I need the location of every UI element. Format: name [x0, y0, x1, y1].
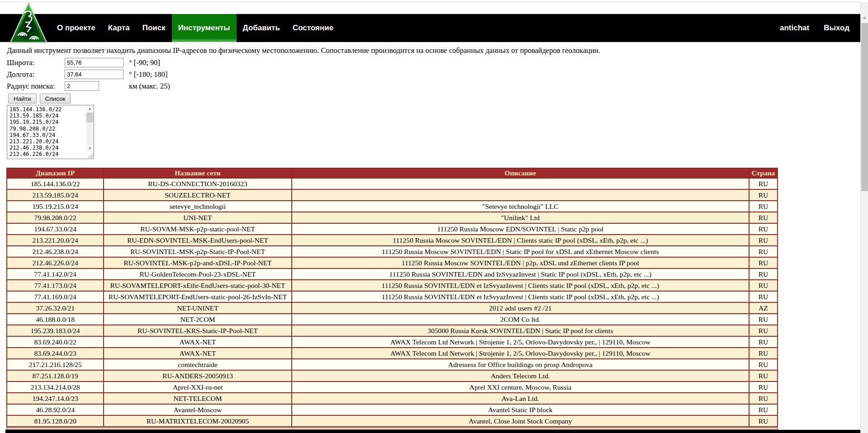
table-row: 213.59.185.0/24 SOUZELECTRO-NET RU [7, 189, 778, 201]
cell-description: 305000 Russia Kursk SOVINTEL/EDN | Stati… [292, 325, 749, 336]
table-row: 212.46.238.0/24 RU-SOVINTEL-MSK-p2p-Stat… [7, 246, 778, 257]
cell-description: 111250 Russia SOVINTEL/EDN et IzSvyazInv… [292, 291, 749, 302]
cell-ip-range: 46.188.0.0/18 [7, 314, 104, 325]
ip-list-scroll-thumb[interactable] [86, 113, 93, 122]
cell-network-name: NET-2COM [104, 314, 291, 325]
cell-ip-range: 194.67.33.0/24 [7, 223, 104, 235]
cell-ip-range: 195.239.183.0/24 [7, 325, 104, 336]
nav-item-tools[interactable]: Инструменты [172, 14, 237, 42]
cell-ip-range: 77.41.169.0/24 [7, 291, 104, 302]
cell-network-name: SOUZELECTRO-NET [104, 189, 291, 201]
radius-input[interactable] [65, 81, 99, 91]
cell-country: RU [749, 235, 778, 246]
cell-network-name: UNI-NET [104, 212, 291, 223]
latitude-input[interactable] [65, 58, 123, 67]
table-row: 194.67.33.0/24 RU-SOVAM-MSK-p2p-static-p… [7, 223, 778, 235]
cell-country: RU [749, 280, 778, 291]
nav-item-status[interactable]: Состояние [286, 14, 340, 42]
ip-list-textarea[interactable]: 185.144.136.0/22 213.59.185.0/24 195.19.… [7, 105, 94, 159]
cell-description: Avantel Static IP block [292, 404, 749, 415]
cell-description: "Setevye technologii" LLC [292, 201, 749, 212]
table-row: 77.41.142.0/24 RU-GoldenTelecom-Pool-23-… [7, 268, 778, 280]
cell-country: RU [749, 325, 778, 336]
cell-country: RU [749, 359, 778, 370]
cell-network-name: AWAX-NET [104, 348, 291, 359]
nav-item-logout[interactable]: Выход [824, 14, 849, 42]
table-row: 194.247.14.0/23 NET-TELECOM Ava-Lan Ltd.… [7, 393, 778, 404]
cell-network-name: RU-SOVINTEL-KRS-Static-IP-Pool-NET [104, 325, 291, 336]
page-scroll-up-icon[interactable]: ▲ [861, 14, 868, 22]
cell-network-name: RU-ANDERS-20050913 [104, 370, 291, 381]
cell-network-name: comtechtraide [104, 359, 291, 370]
nav-item-search[interactable]: Поиск [136, 14, 172, 42]
cell-country: RU [749, 381, 778, 393]
ip-list-content: 185.144.136.0/22 213.59.185.0/24 195.19.… [9, 106, 84, 158]
page-scrollbar[interactable]: ▲ [860, 2, 868, 433]
cell-network-name: Avantel-Moscow [104, 404, 291, 415]
table-row: 46.28.92.0/24 Avantel-Moscow Avantel Sta… [7, 404, 778, 415]
intro-text: Данный инструмент позволяет находить диа… [7, 46, 600, 55]
cell-country: RU [749, 291, 778, 302]
table-row: 46.188.0.0/18 NET-2COM 2COM Co ltd. RU [7, 314, 778, 325]
radius-unit: км (макс. 25) [129, 82, 170, 91]
table-row: 195.19.215.0/24 setevye_technologii "Set… [7, 201, 778, 212]
cell-network-name: RU-SOVAMTELEPORT-xEthr-EndUsers-static-p… [104, 280, 291, 291]
cell-description: Anders Telecom Ltd. [292, 370, 749, 381]
cell-country: RU [749, 393, 778, 404]
cell-country: AZ [749, 302, 778, 314]
cell-description [292, 189, 749, 201]
cell-description: 111250 Russia Moscow EDN/SOVINTEL | Stat… [292, 223, 749, 235]
cell-network-name: RU-EDN-SOVINTEL-MSK-EndUsers-pool-NET [104, 235, 291, 246]
nav-item-add[interactable]: Добавить [237, 14, 286, 42]
cell-country: RU [749, 246, 778, 257]
cell-country: RU [749, 415, 778, 427]
nav-menu: О проектеКартаПоискИнструментыДобавитьСо… [51, 14, 340, 42]
cell-network-name: RU-SOVAMTELEPORT-EndUsers-static-pool-26… [104, 291, 291, 302]
cell-ip-range: 46.28.92.0/24 [7, 404, 104, 415]
find-button[interactable]: Найти [8, 94, 37, 104]
table-row: 79.98.208.0/22 UNI-NET "Unilink" Ltd RU [7, 212, 778, 223]
header-network-name: Название сети [104, 168, 291, 178]
table-row: 83.69.244.0/23 AWAX-NET AWAX Telecom Ltd… [7, 348, 778, 359]
table-row: 81.95.128.0/20 RU-MATRIXTELECOM-20020905… [7, 415, 778, 427]
cell-network-name: NET-TELECOM [104, 393, 291, 404]
cell-country: RU [749, 348, 778, 359]
logo-antenna-icon[interactable] [9, 2, 47, 44]
page-scroll-thumb[interactable] [861, 23, 868, 191]
header-description: Описание [292, 168, 749, 178]
longitude-label: Долгота: [7, 70, 34, 79]
cell-country: RU [749, 201, 778, 212]
resize-grip-icon[interactable] [88, 153, 93, 158]
cell-description: 111250 Russia SOVINTEL/EDN et IzSvyazInv… [292, 280, 749, 291]
cell-country: RU [749, 336, 778, 348]
cell-country: RU [749, 212, 778, 223]
cell-description: "Unilink" Ltd [292, 212, 749, 223]
table-row: 217.21.216.128/25 comtechtraide Adresses… [7, 359, 778, 370]
cell-description: AWAX Telecom Ltd Network | Strojenie 1, … [292, 348, 749, 359]
cell-network-name: RU-DS-CONNECTION-20160323 [104, 178, 291, 189]
cell-country: RU [749, 404, 778, 415]
cell-ip-range: 87.251.128.0/19 [7, 370, 104, 381]
longitude-input[interactable] [65, 70, 123, 79]
list-button[interactable]: Список [40, 94, 71, 104]
table-row: 213.221.20.0/24 RU-EDN-SOVINTEL-MSK-EndU… [7, 235, 778, 246]
navbar: О проектеКартаПоискИнструментыДобавитьСо… [0, 14, 860, 42]
cell-description: 111250 Russia Moscow SOVINTEL/EDN | p2p,… [292, 257, 749, 268]
ip-ranges-table: Диапазон IP Название сети Описание Стран… [6, 168, 778, 427]
cell-ip-range: 77.41.173.0/24 [7, 280, 104, 291]
nav-item-antichat[interactable]: antichat [780, 14, 809, 42]
scroll-up-icon[interactable]: ▲ [86, 105, 94, 112]
table-row: 83.69.240.0/22 AWAX-NET AWAX Telecom Ltd… [7, 336, 778, 348]
table-row: 185.144.136.0/22 RU-DS-CONNECTION-201603… [7, 178, 778, 189]
cell-country: RU [749, 268, 778, 280]
cell-network-name: RU-SOVINTEL-MSK-p2p-Static-IP-Pool-NET [104, 246, 291, 257]
cell-ip-range: 81.95.128.0/20 [7, 415, 104, 427]
cell-ip-range: 79.98.208.0/22 [7, 212, 104, 223]
ip-list-scrollbar[interactable]: ▲ ▼ [86, 105, 94, 152]
cell-description [292, 178, 749, 189]
table-body: 185.144.136.0/22 RU-DS-CONNECTION-201603… [7, 178, 778, 427]
nav-item-about[interactable]: О проекте [51, 14, 102, 42]
scroll-down-icon[interactable]: ▼ [86, 145, 94, 152]
longitude-unit: ° [-180; 180] [129, 70, 167, 79]
nav-item-map[interactable]: Карта [102, 14, 136, 42]
